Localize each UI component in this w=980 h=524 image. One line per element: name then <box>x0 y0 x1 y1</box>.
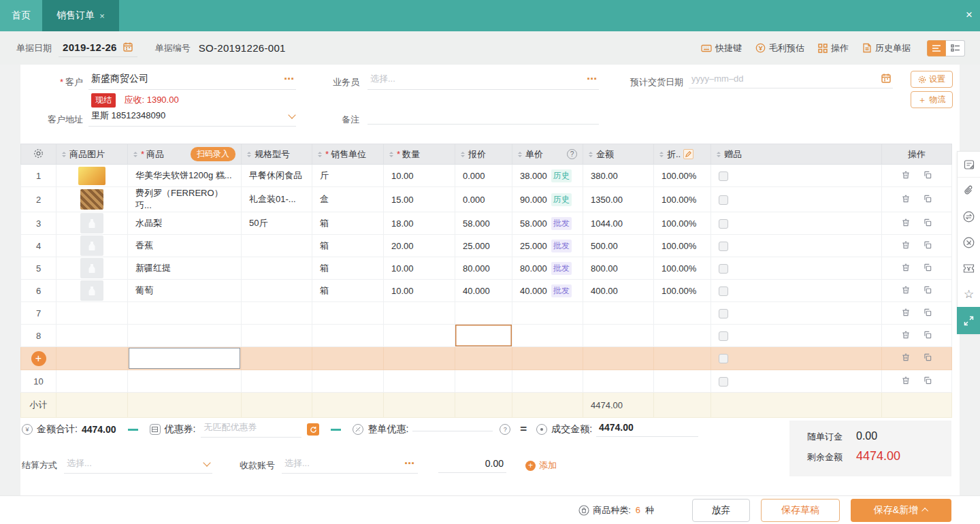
header-spec[interactable]: 规格型号 <box>242 144 312 165</box>
spec-cell[interactable] <box>242 235 312 257</box>
discount-cell[interactable]: 100.00% <box>654 280 711 302</box>
gift-checkbox[interactable] <box>719 377 728 387</box>
shortcut-keys-button[interactable]: 快捷键 <box>701 42 742 54</box>
sort-icon[interactable] <box>461 152 465 157</box>
salesman-more-icon[interactable]: ⋯ <box>587 73 598 85</box>
product-image[interactable] <box>80 189 103 210</box>
quote-cell[interactable]: 40.000 <box>455 280 512 302</box>
sort-icon[interactable] <box>389 152 393 157</box>
discount-cell[interactable]: 100.00% <box>654 187 711 212</box>
window-close-icon[interactable]: × <box>966 8 973 22</box>
header-price[interactable]: 单价? <box>512 144 583 165</box>
column-settings-button[interactable] <box>21 144 56 165</box>
header-qty[interactable]: *数量 <box>384 144 455 165</box>
qty-cell[interactable]: 10.00 <box>384 165 455 187</box>
price-cell[interactable]: 90.000历史 <box>512 187 583 212</box>
gift-checkbox[interactable] <box>719 331 728 341</box>
copy-icon[interactable] <box>923 376 932 385</box>
note-button[interactable] <box>958 152 980 178</box>
customer-field[interactable]: 新盛商贸公司 ⋯ <box>88 73 296 90</box>
sort-icon[interactable] <box>247 152 251 157</box>
transfer-button[interactable] <box>958 203 980 229</box>
product-name-cell[interactable]: 新疆红提 <box>128 257 242 280</box>
save-draft-button[interactable]: 保存草稿 <box>761 499 840 522</box>
quote-cell[interactable]: 80.000 <box>455 257 512 280</box>
spec-cell[interactable]: 50斤 <box>242 212 312 235</box>
focused-cell[interactable] <box>455 325 512 347</box>
product-name-cell[interactable]: 水晶梨 <box>128 212 242 235</box>
product-name-cell[interactable]: 香蕉 <box>128 235 242 257</box>
abandon-button[interactable]: 放弃 <box>692 499 750 522</box>
spec-cell[interactable]: 礼盒装01-... <box>242 187 312 212</box>
sort-icon[interactable] <box>133 152 137 157</box>
price-cell[interactable]: 58.000批发 <box>512 212 583 235</box>
payment-amount-input[interactable]: 0.00 <box>438 458 506 473</box>
debt-button[interactable] <box>958 229 980 255</box>
unit-cell[interactable]: 箱 <box>312 280 384 302</box>
delete-icon[interactable] <box>901 240 911 250</box>
history-orders-button[interactable]: 历史单据 <box>862 42 911 54</box>
sort-icon[interactable] <box>62 152 66 157</box>
copy-icon[interactable] <box>923 194 932 203</box>
settings-button[interactable]: 设置 <box>911 71 953 88</box>
copy-icon[interactable] <box>923 218 932 227</box>
qty-cell[interactable]: 20.00 <box>384 235 455 257</box>
product-name-cell[interactable]: 费列罗（FERRERO）巧... <box>128 187 242 212</box>
delete-icon[interactable] <box>901 218 911 227</box>
price-cell[interactable]: 38.000历史 <box>512 165 583 187</box>
copy-icon[interactable] <box>923 353 932 362</box>
settle-method-select[interactable]: 选择... <box>64 457 212 474</box>
price-cell[interactable]: 40.000批发 <box>512 280 583 302</box>
delete-icon[interactable] <box>901 353 911 362</box>
discount-cell[interactable]: 100.00% <box>654 235 711 257</box>
customer-address-field[interactable]: 里斯 18512348090 <box>88 110 296 127</box>
qty-cell[interactable]: 18.00 <box>384 212 455 235</box>
sort-icon[interactable] <box>518 152 522 157</box>
chevron-down-icon[interactable] <box>288 111 295 118</box>
sort-icon[interactable] <box>659 152 664 157</box>
scan-entry-button[interactable]: 扫码录入 <box>191 147 235 161</box>
qty-cell[interactable]: 15.00 <box>384 187 455 212</box>
delete-icon[interactable] <box>901 263 911 272</box>
unit-cell[interactable]: 斤 <box>312 165 384 187</box>
sort-icon[interactable] <box>318 152 322 157</box>
tab-sales-order[interactable]: 销售订单 × <box>42 0 119 31</box>
quote-cell[interactable]: 0.000 <box>455 165 512 187</box>
save-and-new-button[interactable]: 保存&新增 <box>851 499 951 522</box>
refresh-coupon-button[interactable] <box>307 423 319 436</box>
product-image-placeholder[interactable] <box>80 213 103 233</box>
header-discount[interactable]: 折.. <box>654 144 711 165</box>
unit-cell[interactable]: 盒 <box>312 187 384 212</box>
operations-button[interactable]: 操作 <box>818 42 849 54</box>
attachment-button[interactable] <box>958 178 980 203</box>
receive-account-select[interactable]: 选择... ⋯ <box>282 457 418 474</box>
coupon-field[interactable]: 无匹配优惠券 <box>201 421 301 438</box>
card-view-icon[interactable] <box>946 40 965 56</box>
header-unit[interactable]: *销售单位 <box>312 144 384 165</box>
discount-cell[interactable]: 100.00% <box>654 257 711 280</box>
gift-checkbox[interactable] <box>719 171 728 181</box>
list-view-icon[interactable] <box>927 40 946 56</box>
qty-cell[interactable]: 10.00 <box>384 257 455 280</box>
delete-icon[interactable] <box>901 376 911 385</box>
unit-cell[interactable]: 箱 <box>312 257 384 280</box>
expand-button[interactable] <box>957 307 980 334</box>
calendar-icon[interactable] <box>122 42 133 52</box>
header-quote[interactable]: 报价 <box>455 144 512 165</box>
copy-icon[interactable] <box>923 308 932 317</box>
sort-icon[interactable] <box>717 152 721 157</box>
delete-icon[interactable] <box>901 170 911 180</box>
copy-icon[interactable] <box>923 330 932 340</box>
product-image[interactable] <box>78 167 105 185</box>
header-product-image[interactable]: 商品图片 <box>56 144 128 165</box>
delete-icon[interactable] <box>901 285 911 295</box>
favorite-button[interactable]: ☆ <box>958 281 980 307</box>
logistics-button[interactable]: ＋ 物流 <box>911 91 953 108</box>
unit-cell[interactable]: 箱 <box>312 212 384 235</box>
copy-icon[interactable] <box>923 170 932 180</box>
add-row-button[interactable]: + <box>31 351 46 366</box>
gross-profit-button[interactable]: 毛利预估 <box>755 42 804 54</box>
add-payment-button[interactable]: + 添加 <box>525 459 557 472</box>
sort-icon[interactable] <box>589 152 593 157</box>
delete-icon[interactable] <box>901 330 911 340</box>
